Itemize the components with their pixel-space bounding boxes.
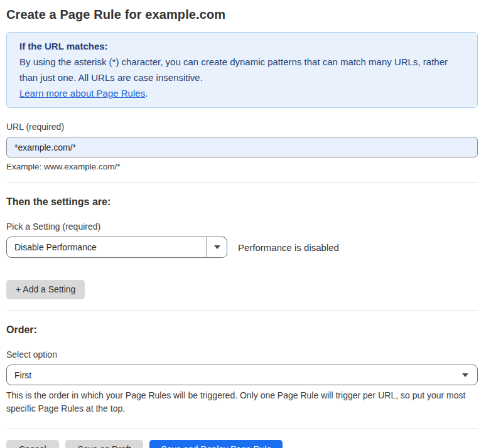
- cancel-button[interactable]: Cancel: [6, 440, 59, 448]
- footer-actions: Cancel Save as Draft Save and Deploy Pag…: [6, 440, 478, 448]
- divider: [6, 183, 478, 183]
- create-page-rule-form: Create a Page Rule for example.com If th…: [0, 0, 496, 448]
- divider: [6, 429, 478, 429]
- setting-picker-row: Disable Performance Performance is disab…: [6, 237, 478, 258]
- link-suffix: .: [145, 88, 148, 99]
- chevron-down-icon: [214, 245, 220, 249]
- pick-setting-label: Pick a Setting (required): [6, 221, 478, 232]
- info-box-heading: If the URL matches:: [19, 38, 465, 54]
- save-and-deploy-button[interactable]: Save and Deploy Page Rule: [149, 440, 283, 448]
- page-title: Create a Page Rule for example.com: [6, 8, 478, 22]
- order-helper-text: This is the order in which your Page Rul…: [6, 389, 478, 415]
- url-field-label: URL (required): [6, 122, 478, 132]
- setting-select-arrow-button[interactable]: [207, 237, 227, 257]
- setting-status-text: Performance is disabled: [238, 242, 339, 253]
- chevron-down-icon: [462, 373, 468, 377]
- divider: [6, 311, 478, 311]
- order-select-label: Select option: [6, 349, 478, 360]
- order-select[interactable]: First: [6, 365, 478, 385]
- info-box-body: By using the asterisk (*) character, you…: [19, 54, 465, 85]
- save-as-draft-button[interactable]: Save as Draft: [65, 440, 144, 448]
- order-select-arrow: [457, 365, 477, 385]
- url-example-helper: Example: www.example.com/*: [6, 162, 478, 171]
- url-match-info-box: If the URL matches: By using the asteris…: [6, 32, 478, 108]
- add-setting-button[interactable]: + Add a Setting: [6, 280, 85, 299]
- setting-select-value: Disable Performance: [7, 237, 207, 257]
- settings-section-heading: Then the settings are:: [6, 196, 478, 208]
- info-box-link-line: Learn more about Page Rules.: [19, 85, 465, 101]
- url-input[interactable]: [6, 137, 478, 157]
- setting-select[interactable]: Disable Performance: [6, 237, 227, 258]
- order-section-heading: Order:: [6, 324, 478, 336]
- learn-more-link[interactable]: Learn more about Page Rules: [19, 88, 145, 99]
- order-select-value: First: [7, 365, 457, 385]
